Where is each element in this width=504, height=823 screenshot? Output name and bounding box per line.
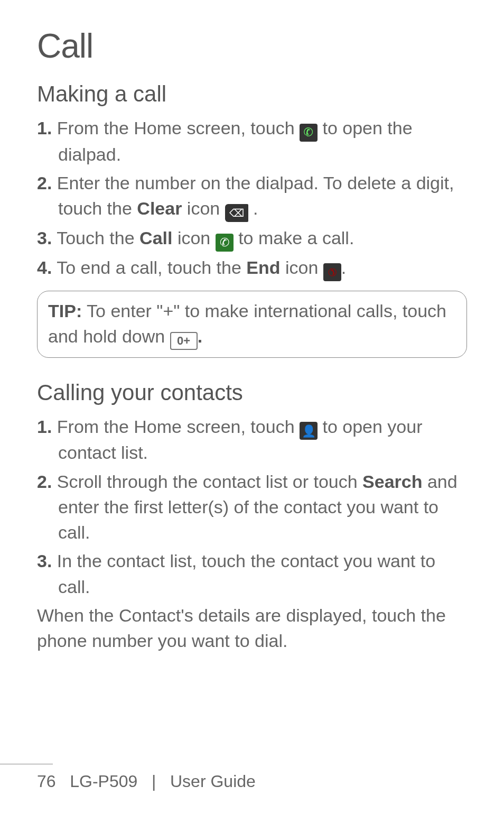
phone-glyph: ✆: [220, 234, 229, 251]
tip-body-post: .: [198, 326, 202, 346]
steps-list-2: 1. From the Home screen, touch 👤 to open…: [37, 414, 467, 599]
step-text: icon: [281, 257, 323, 278]
step-text: To end a call, touch the: [52, 257, 246, 278]
contacts-icon: 👤: [300, 422, 318, 440]
step-number: 3.: [37, 228, 52, 248]
step-number: 2.: [37, 173, 52, 193]
step-item: 2. Enter the number on the dialpad. To d…: [37, 170, 467, 222]
step-number: 1.: [37, 118, 52, 138]
end-call-glyph: ✆: [324, 264, 341, 281]
step-item: 1. From the Home screen, touch ✆ to open…: [37, 115, 467, 167]
step-text: icon: [172, 228, 215, 248]
step-number: 1.: [37, 417, 52, 437]
bold-term: End: [246, 257, 280, 278]
footer-rule: [0, 764, 53, 764]
step-text: icon: [182, 198, 225, 218]
steps-list-1: 1. From the Home screen, touch ✆ to open…: [37, 115, 467, 281]
tip-text: TIP: To enter "+" to make international …: [48, 299, 456, 350]
step-text: Touch the: [52, 228, 139, 248]
contacts-glyph: 👤: [302, 423, 316, 439]
section-body-text: When the Contact's details are displayed…: [37, 603, 467, 654]
device-model: LG-P509: [70, 772, 137, 791]
step-text: In the contact list, touch the contact y…: [52, 551, 435, 596]
tip-callout: TIP: To enter "+" to make international …: [37, 291, 467, 358]
step-item: 1. From the Home screen, touch 👤 to open…: [37, 414, 467, 466]
step-item: 4. To end a call, touch the End icon ✆.: [37, 255, 467, 281]
section-heading-making-a-call: Making a call: [37, 81, 467, 107]
step-text: From the Home screen, touch: [52, 118, 300, 138]
backspace-glyph: ⌫: [229, 206, 244, 220]
step-item: 2. Scroll through the contact list or to…: [37, 469, 467, 545]
step-text: .: [248, 198, 258, 218]
step-item: 3. Touch the Call icon ✆ to make a call.: [37, 225, 467, 252]
bold-term: Call: [139, 228, 172, 248]
step-text: to make a call.: [234, 228, 354, 248]
step-text: .: [341, 257, 346, 278]
call-icon: ✆: [216, 234, 234, 252]
footer-text: 76 LG-P509 | User Guide: [0, 772, 504, 791]
end-icon: ✆: [323, 263, 341, 281]
tip-body: To enter "+" to make international calls…: [48, 301, 446, 346]
zero-plus-key: 0+: [170, 332, 198, 350]
phone-icon: ✆: [300, 124, 318, 142]
page-number: 76: [37, 772, 56, 791]
step-text: From the Home screen, touch: [52, 417, 300, 437]
step-text: Scroll through the contact list or touch: [52, 471, 362, 492]
page-footer: 76 LG-P509 | User Guide: [0, 764, 504, 791]
clear-icon: ⌫: [225, 204, 248, 222]
phone-glyph: ✆: [302, 124, 314, 142]
bold-term: Search: [362, 471, 422, 492]
footer-sep: |: [152, 772, 156, 791]
doc-label: User Guide: [170, 772, 256, 791]
page-title: Call: [37, 26, 467, 66]
tip-label: TIP:: [48, 301, 82, 321]
step-number: 4.: [37, 257, 52, 278]
step-number: 2.: [37, 471, 52, 492]
step-number: 3.: [37, 551, 52, 571]
step-item: 3. In the contact list, touch the contac…: [37, 548, 467, 599]
document-page: Call Making a call 1. From the Home scre…: [0, 0, 504, 654]
bold-term: Clear: [137, 198, 182, 218]
section-heading-calling-contacts: Calling your contacts: [37, 380, 467, 405]
